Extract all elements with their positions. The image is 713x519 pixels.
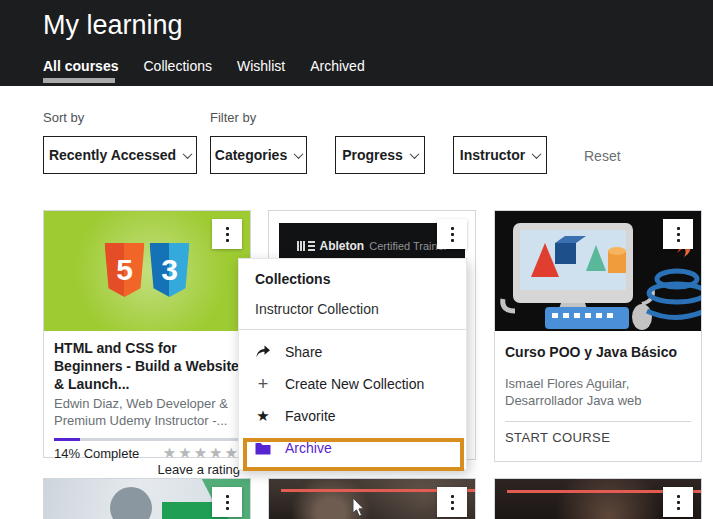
tab-archived[interactable]: Archived [310, 58, 364, 83]
course-instructor: Ismael Flores Aguilar, Desarrollador Jav… [505, 375, 691, 409]
course-instructor: Edwin Diaz, Web Developer & Premium Udem… [54, 395, 240, 429]
course-title: HTML and CSS for Beginners - Build a Web… [54, 339, 240, 393]
filter-by-label: Filter by [210, 110, 256, 125]
card-options-button[interactable] [663, 219, 693, 249]
menu-item-instructor-collection[interactable]: Instructor Collection [239, 287, 466, 329]
mouse-cursor [352, 498, 366, 518]
course-card-excel[interactable] [43, 478, 251, 519]
menu-item-share[interactable]: Share [239, 336, 466, 368]
menu-actions: Share + Create New Collection ★ Favorite… [239, 330, 466, 464]
course-image-java [495, 211, 701, 331]
progress-text: 14% Complete [54, 446, 139, 461]
categories-dropdown[interactable]: Categories [210, 136, 307, 174]
progress-dropdown[interactable]: Progress [335, 136, 425, 174]
card-divider [505, 421, 691, 422]
categories-dropdown-value: Categories [215, 147, 287, 163]
menu-item-label: Favorite [285, 408, 336, 424]
ableton-logo-icon [297, 241, 315, 251]
plus-icon: + [255, 376, 271, 392]
html5-css3-logo-icon: 5 3 [105, 243, 190, 297]
leave-a-rating-link[interactable]: Leave a rating [54, 462, 240, 477]
menu-item-create-new-collection[interactable]: + Create New Collection [239, 368, 466, 400]
star-icon: ★ [255, 407, 271, 425]
card-options-button[interactable] [437, 219, 467, 249]
chevron-down-icon [183, 149, 193, 159]
course-card-video-2[interactable] [494, 478, 702, 519]
chevron-down-icon [294, 149, 304, 159]
sort-by-label: Sort by [43, 110, 84, 125]
css3-shield-icon: 3 [150, 243, 190, 297]
menu-item-favorite[interactable]: ★ Favorite [239, 400, 466, 432]
progress-bar-fill [54, 438, 80, 441]
menu-item-archive[interactable]: Archive [239, 432, 466, 464]
progress-bar [54, 438, 240, 441]
start-course-link[interactable]: START COURSE [505, 430, 691, 445]
active-tab-underline [43, 78, 115, 83]
menu-item-label: Archive [285, 440, 332, 456]
progress-row: 14% Complete ★★★★★ [54, 444, 240, 462]
card-options-button[interactable] [212, 219, 242, 249]
person-photo [110, 487, 152, 519]
instructor-dropdown[interactable]: Instructor [453, 136, 547, 174]
course-title: Curso POO y Java Básico [505, 343, 691, 361]
reset-filters-link[interactable]: Reset [584, 148, 621, 164]
course-card-video-1[interactable] [268, 478, 476, 519]
card-options-button[interactable] [212, 487, 242, 517]
html5-shield-icon: 5 [105, 243, 145, 297]
sort-dropdown[interactable]: Recently Accessed [43, 136, 197, 174]
card-context-menu: Collections Instructor Collection Share … [238, 258, 467, 470]
course-image-html-css: 5 3 [44, 211, 250, 331]
folder-icon [255, 442, 271, 455]
course-card-java[interactable]: Curso POO y Java Básico Ismael Flores Ag… [494, 210, 702, 462]
rating-stars[interactable]: ★★★★★ [163, 444, 240, 462]
chevron-down-icon [409, 149, 419, 159]
menu-item-label: Share [285, 344, 322, 360]
header: My learning All courses Collections Wish… [0, 0, 713, 86]
tab-wishlist[interactable]: Wishlist [237, 58, 285, 83]
tab-collections[interactable]: Collections [143, 58, 211, 83]
my-learning-page: My learning All courses Collections Wish… [0, 0, 713, 519]
ableton-logo: Ableton Certified Trainer [297, 240, 448, 252]
ableton-brand-text: Ableton [320, 239, 365, 253]
page-title: My learning [43, 10, 183, 41]
menu-item-label: Create New Collection [285, 376, 424, 392]
collections-section-title: Collections [239, 259, 466, 287]
card-options-button[interactable] [437, 487, 467, 517]
instructor-dropdown-value: Instructor [460, 147, 525, 163]
progress-dropdown-value: Progress [342, 147, 403, 163]
chevron-down-icon [532, 149, 542, 159]
sort-dropdown-value: Recently Accessed [49, 147, 176, 163]
course-card-html-css[interactable]: 5 3 HTML and CSS for Beginners - Build a… [43, 210, 251, 458]
share-icon [255, 345, 271, 359]
card-options-button[interactable] [663, 487, 693, 517]
ableton-brand-suffix: Certified Trainer [369, 240, 447, 252]
